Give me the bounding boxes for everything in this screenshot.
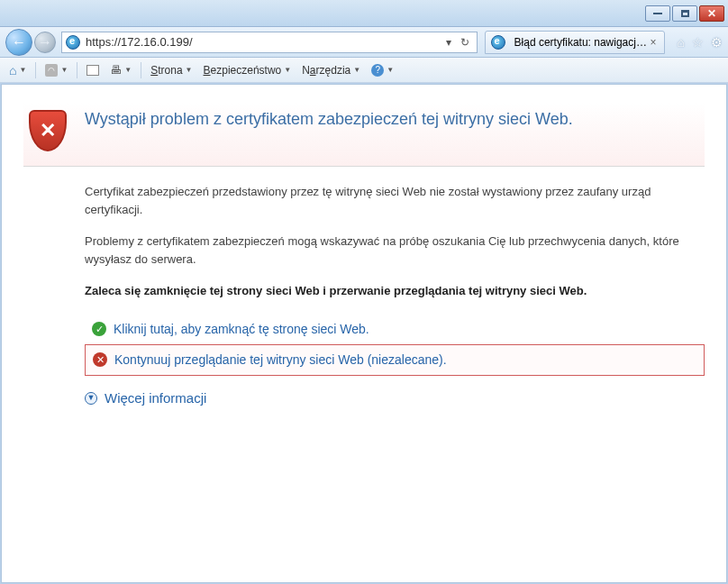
settings-gear-icon[interactable]: ⚙ [711,35,723,50]
more-info-row: ▼ Więcej informacji [85,388,705,409]
command-bar: ⌂▼ ◠▼ 🖶▼ Strona▼ Bezpieczeństwo▼ Narzędz… [0,58,728,83]
maximize-icon [681,10,689,17]
refresh-button[interactable]: ↻ [457,36,473,49]
safety-menu[interactable]: Bezpieczeństwo▼ [200,62,296,78]
ie-logo-icon [66,35,80,50]
home-menu[interactable]: ⌂▼ [5,61,30,79]
home-icon[interactable]: ⌂ [678,35,685,50]
cert-paragraph-1: Certyfikat zabezpieczeń przedstawiony pr… [85,183,705,218]
back-button[interactable]: ← [5,29,32,56]
tools-menu-label: Narzędzia [302,64,350,77]
safety-menu-label: Bezpieczeństwo [204,64,282,77]
close-window-button[interactable]: ✕ [699,5,724,22]
page-content: ✕ Wystąpił problem z certyfikatem zabezp… [1,84,727,583]
mail-icon [86,65,99,76]
page-menu-label: Strona [150,64,182,77]
home-small-icon: ⌂ [9,63,16,78]
tab-close-button[interactable]: × [649,36,659,49]
chrome-controls: ⌂ ☆ ⚙ [678,35,723,50]
more-info-link[interactable]: Więcej informacji [105,388,206,409]
separator [35,62,36,78]
check-shield-icon: ✓ [92,322,106,336]
tab-favicon-icon [491,35,505,50]
cert-error-header: ✕ Wystąpił problem z certyfikatem zabezp… [23,103,705,167]
warning-shield-icon: ✕ [93,352,107,367]
close-icon: ✕ [707,8,716,19]
cert-paragraph-2: Problemy z certyfikatem zabezpieczeń mog… [85,233,705,268]
chevron-down-icon: ▼ [186,66,193,74]
favorites-icon[interactable]: ☆ [692,35,704,50]
cert-recommendation: Zaleca się zamknięcie tej strony sieci W… [85,282,705,300]
arrow-left-icon: ← [12,34,26,50]
close-page-link[interactable]: Kliknij tutaj, aby zamknąć tę stronę sie… [114,320,369,339]
chevron-down-icon: ▼ [387,66,394,74]
url-dropdown-icon[interactable]: ▾ [441,36,457,49]
rss-icon: ◠ [45,64,58,77]
url-input[interactable] [86,35,441,49]
cert-error-title: Wystąpił problem z certyfikatem zabezpie… [85,110,573,129]
cert-error-body: Certyfikat zabezpieczeń przedstawiony pr… [85,183,705,408]
print-icon: 🖶 [110,63,122,77]
feeds-menu[interactable]: ◠▼ [41,62,71,78]
browser-tab[interactable]: Błąd certyfikatu: nawigacja ... × [485,31,665,54]
chevron-down-icon: ▼ [60,66,68,74]
navigation-bar: ← → ▾ ↻ Błąd certyfikatu: nawigacja ... … [0,27,728,58]
forward-button[interactable]: → [34,32,56,53]
help-menu[interactable]: ?▼ [368,62,397,78]
continue-link[interactable]: Kontynuuj przeglądanie tej witryny sieci… [114,351,447,370]
page-menu[interactable]: Strona▼ [147,62,196,78]
chevron-down-icon: ▼ [124,66,132,74]
close-page-action: ✓ Kliknij tutaj, aby zamknąć tę stronę s… [85,315,705,344]
chevron-down-icon: ▼ [353,66,360,74]
read-mail-button[interactable] [83,63,103,78]
shield-error-icon: ✕ [29,110,67,151]
minimize-button[interactable] [645,5,670,22]
arrow-right-icon: → [38,34,52,50]
window-titlebar: ✕ [0,0,728,27]
address-bar[interactable]: ▾ ↻ [61,32,478,53]
chevron-down-icon: ▼ [284,66,291,74]
print-menu[interactable]: 🖶▼ [106,61,135,78]
tools-menu[interactable]: Narzędzia▼ [298,62,364,78]
continue-action: ✕ Kontynuuj przeglądanie tej witryny sie… [85,344,705,376]
chevron-down-icon: ▼ [19,66,26,74]
maximize-button[interactable] [672,5,697,22]
separator [77,62,77,78]
minimize-icon [653,13,662,14]
cert-actions: ✓ Kliknij tutaj, aby zamknąć tę stronę s… [85,315,705,376]
tab-title: Błąd certyfikatu: nawigacja ... [514,36,649,49]
help-icon: ? [371,64,384,77]
expand-arrow-icon[interactable]: ▼ [85,392,97,405]
separator [141,62,141,78]
